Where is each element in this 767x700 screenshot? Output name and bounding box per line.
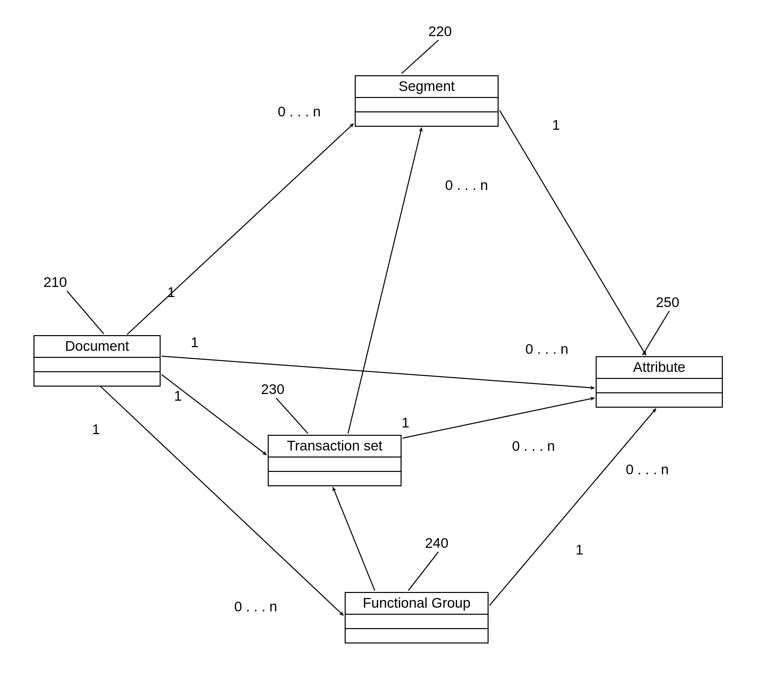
entity-functional-group: Functional Group: [345, 592, 489, 643]
svg-line-10: [348, 128, 422, 433]
svg-line-11: [403, 398, 594, 438]
mult-doc-attr-src: 1: [191, 335, 199, 351]
mult-doc-txn-src: 1: [174, 388, 182, 404]
mult-fg-attr-src: 1: [576, 542, 583, 558]
entity-transaction-set-title: Transaction set: [269, 436, 401, 457]
svg-line-5: [127, 124, 353, 335]
svg-line-7: [162, 375, 266, 455]
uml-diagram: Document Segment Transaction set Functio…: [0, 0, 767, 700]
ref-functional-group: 240: [425, 535, 449, 551]
svg-line-4: [643, 311, 669, 355]
mult-seg-attr-src: 1: [552, 117, 560, 133]
svg-line-6: [162, 356, 594, 388]
svg-line-12: [333, 487, 375, 590]
entity-attribute-title: Attribute: [597, 357, 722, 379]
mult-doc-attr-dst: 0 . . . n: [525, 341, 568, 357]
ref-transaction-set: 230: [261, 381, 285, 397]
mult-txn-attr-dst: 0 . . . n: [512, 438, 555, 454]
ref-document: 210: [43, 274, 67, 290]
svg-line-9: [500, 110, 646, 355]
svg-line-0: [67, 291, 104, 334]
svg-line-1: [401, 40, 438, 74]
ref-attribute: 250: [656, 294, 679, 310]
svg-line-8: [100, 386, 343, 615]
mult-doc-seg-src: 1: [167, 284, 175, 300]
entity-segment: Segment: [355, 75, 499, 127]
svg-line-3: [408, 552, 438, 590]
entity-functional-group-title: Functional Group: [346, 593, 488, 615]
mult-doc-seg-dst: 0 . . . n: [278, 104, 321, 120]
mult-txn-seg-dst: 0 . . . n: [445, 177, 488, 193]
mult-doc-fg-src: 1: [92, 421, 100, 438]
ref-segment: 220: [428, 24, 452, 40]
mult-fg-attr-dst: 0 . . . n: [626, 462, 668, 478]
mult-doc-fg-dst: 0 . . . n: [234, 598, 277, 615]
entity-transaction-set: Transaction set: [268, 435, 401, 486]
svg-line-2: [276, 398, 308, 433]
entity-document-title: Document: [35, 336, 160, 358]
entity-attribute: Attribute: [596, 356, 723, 408]
entity-segment-title: Segment: [356, 76, 498, 98]
mult-txn-attr-src: 1: [401, 415, 409, 431]
entity-document: Document: [33, 335, 161, 387]
